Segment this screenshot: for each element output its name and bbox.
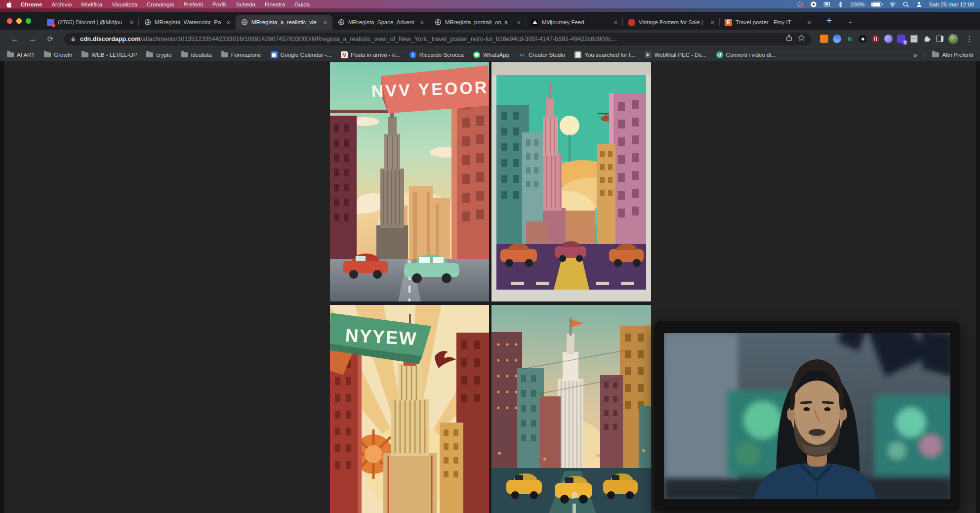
bookmark-gmail[interactable]: MPosta in arrivo - ri... <box>341 51 400 58</box>
webcam-video <box>654 321 960 511</box>
tab-close-icon[interactable]: × <box>418 19 425 26</box>
poster-top-right[interactable] <box>491 62 651 301</box>
url-text: cdn.discordapp.com/attachments/101351233… <box>80 36 780 43</box>
bookmark-label: WEB - LEVEL-UP <box>91 52 137 58</box>
new-tab-button[interactable]: + <box>823 15 835 26</box>
menu-finestra[interactable]: Finestra <box>265 1 286 7</box>
globe-favicon <box>241 19 248 26</box>
menu-scheda[interactable]: Scheda <box>236 1 255 7</box>
screen-recording-icon[interactable] <box>797 1 804 8</box>
bookmarks-overflow-chevron[interactable]: » <box>913 51 917 59</box>
notion-style-extension-icon[interactable]: N <box>846 35 854 43</box>
tab-vintage-posters[interactable]: Vintage Posters for Sale | × <box>623 15 720 30</box>
dark-circle-extension-icon[interactable] <box>858 35 867 43</box>
menu-profili[interactable]: Profili <box>212 1 227 7</box>
tab-discord[interactable]: (2765) Discord | @Midjou × <box>42 15 139 30</box>
tab-close-icon[interactable]: × <box>515 19 522 26</box>
menu-chrome[interactable]: Chrome <box>21 1 42 7</box>
bluetooth-icon[interactable] <box>837 1 844 8</box>
battery-percent: 100% <box>850 1 864 7</box>
bookmark-google-calendar[interactable]: Google Calendar -... <box>271 51 332 58</box>
screen: Chrome Archivio Modifica Visualizza Cron… <box>0 0 980 513</box>
tab-search-chevron-icon[interactable]: ⌄ <box>848 17 853 25</box>
tab-label: Vintage Posters for Sale | <box>639 19 705 25</box>
purple-badge-extension-icon[interactable]: 5 <box>897 35 905 43</box>
facebook-icon: f <box>409 51 416 58</box>
stop-record-icon[interactable] <box>810 1 817 8</box>
tab-close-icon[interactable]: × <box>612 19 619 26</box>
bookmark-altri-preferiti[interactable]: Altri Preferiti <box>932 52 973 58</box>
tabs: (2765) Discord | @Midjou × MRregista_Wat… <box>42 12 817 30</box>
tab-watercolor[interactable]: MRregista_Watercolor_Pa × <box>139 15 236 30</box>
bookmark-folder-idealista[interactable]: idealista <box>181 52 212 58</box>
battery-icon[interactable] <box>871 1 883 7</box>
menu-preferiti[interactable]: Preferiti <box>183 1 203 7</box>
blue-extension-icon[interactable] <box>833 35 841 43</box>
metamask-extension-icon[interactable] <box>820 35 828 43</box>
minimize-window-button[interactable] <box>16 18 22 24</box>
bookmark-folder-web-level-up[interactable]: WEB - LEVEL-UP <box>82 52 137 58</box>
bookmarks-divider: | <box>924 52 925 58</box>
bookmark-you-searched[interactable]: You searched for I... <box>574 51 635 58</box>
tab-label: MRregista_portrait_on_a_ <box>445 19 512 25</box>
menu-cronologia[interactable]: Cronologia <box>147 1 174 7</box>
tab-etsy[interactable]: E Travel poster - Etsy IT × <box>720 15 817 30</box>
forward-button[interactable]: → <box>26 34 40 44</box>
apple-menu-icon[interactable] <box>6 1 13 8</box>
tab-space-adventure[interactable]: MRregista_Space_Advent × <box>332 15 429 30</box>
side-panel-icon[interactable] <box>936 35 944 43</box>
tab-close-icon[interactable]: × <box>128 19 135 26</box>
url-path: /attachments/1013512335442333816/1089142… <box>140 36 618 43</box>
bookmark-folder-growth[interactable]: Growth <box>44 52 72 58</box>
close-window-button[interactable] <box>7 18 12 24</box>
lock-icon[interactable] <box>70 36 76 42</box>
grid-extension-icon[interactable] <box>910 35 918 43</box>
midjourney-image-grid[interactable]: NVV YEOORE <box>330 62 651 513</box>
bookmark-folder-formazione[interactable]: Formazione <box>221 52 261 58</box>
poster-bottom-right[interactable] <box>491 305 651 513</box>
tab-close-icon[interactable]: × <box>806 19 813 26</box>
etsy-favicon: E <box>725 19 732 26</box>
bookmark-webmail-pec[interactable]: WebMail PEC - De... <box>645 51 707 58</box>
menu-guida[interactable]: Guida <box>294 1 310 7</box>
bookmark-whatsapp[interactable]: ☎WhatsApp <box>473 51 509 58</box>
bookmark-label: Altri Preferiti <box>942 52 973 58</box>
back-button[interactable]: ← <box>8 34 22 44</box>
poster-sign-text: NVV YEOORE <box>371 77 489 100</box>
chrome-menu-icon[interactable]: ⋮ <box>966 35 973 43</box>
bookmark-converti-video[interactable]: ↺Converti i video di... <box>716 51 776 58</box>
share-icon[interactable] <box>785 34 793 43</box>
password-key-extension-icon[interactable] <box>871 35 880 43</box>
zoom-window-button[interactable] <box>26 18 31 24</box>
extensions-puzzle-icon[interactable] <box>923 35 931 43</box>
display-icon[interactable] <box>823 1 830 8</box>
bookmark-folder-ai-art[interactable]: AI ART <box>7 52 35 58</box>
bookmark-creator-studio[interactable]: ∞Creator Studio <box>519 51 565 58</box>
background-wall <box>664 333 738 499</box>
bookmark-star-icon[interactable] <box>798 34 805 43</box>
menu-visualizza[interactable]: Visualizza <box>112 1 137 7</box>
poster-bottom-left[interactable]: NYYEW <box>330 305 489 513</box>
tab-portrait[interactable]: MRregista_portrait_on_a_ × <box>429 15 526 30</box>
menu-modifica[interactable]: Modifica <box>81 1 102 7</box>
url-bar[interactable]: cdn.discordapp.com/attachments/101351233… <box>64 33 811 45</box>
wifi-icon[interactable] <box>889 1 896 8</box>
tab-close-icon[interactable]: × <box>709 19 716 26</box>
purple-extension-icon[interactable] <box>884 35 893 43</box>
tab-close-icon[interactable]: × <box>225 19 232 26</box>
tab-close-icon[interactable]: × <box>322 19 328 26</box>
globe-favicon <box>144 19 151 26</box>
profile-avatar[interactable] <box>948 34 958 44</box>
poster-top-left[interactable]: NVV YEOORE <box>330 62 489 301</box>
tab-realistic-view-active[interactable]: MRregista_a_realistic_vie × <box>236 15 332 30</box>
user-switch-icon[interactable] <box>916 1 923 8</box>
bookmark-folder-crypto[interactable]: crypto <box>146 52 171 58</box>
bookmark-facebook[interactable]: fRiccardo Scrocca <box>409 51 464 58</box>
reload-button[interactable]: ⟳ <box>43 35 57 43</box>
bookmark-label: crypto <box>156 52 171 58</box>
folder-icon <box>44 52 51 57</box>
tab-midjourney-feed[interactable]: Midjourney Feed × <box>526 15 623 30</box>
spotlight-icon[interactable] <box>902 1 909 8</box>
menu-archivio[interactable]: Archivio <box>51 1 72 7</box>
menubar-clock[interactable]: Sab 25 mar 12:08 <box>929 1 974 7</box>
